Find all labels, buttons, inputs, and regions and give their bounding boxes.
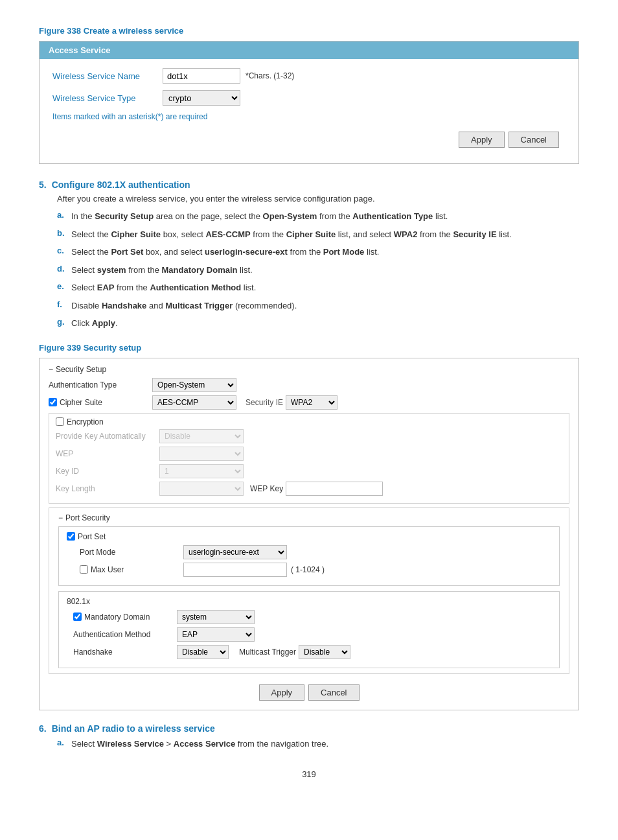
- step6-num: 6.Bind an AP radio to a wireless service: [39, 723, 579, 734]
- encryption-header: Encryption: [56, 417, 562, 426]
- wep-key-input[interactable]: [286, 482, 383, 496]
- service-name-row: Wireless Service Name *Chars. (1-32): [52, 68, 566, 84]
- key-length-label: Key Length: [56, 484, 159, 493]
- port-set-text: Port Set: [78, 532, 106, 541]
- max-user-hint: ( 1-1024 ): [291, 565, 325, 574]
- cipher-suite-select[interactable]: AES-CCMP TKIP: [152, 395, 236, 410]
- cipher-suite-checkbox[interactable]: [49, 398, 57, 406]
- max-user-checkbox-label[interactable]: Max User: [80, 565, 183, 574]
- handshake-select[interactable]: Disable Enable: [177, 645, 229, 659]
- mandatory-domain-checkbox[interactable]: [73, 612, 82, 621]
- figure339-apply-button[interactable]: Apply: [259, 684, 305, 701]
- mandatory-domain-checkbox-label[interactable]: Mandatory Domain: [73, 612, 177, 622]
- step5-num: 5.Configure 802.1X authentication: [39, 180, 579, 190]
- encryption-text: Encryption: [67, 417, 104, 426]
- multicast-trigger-select[interactable]: Disable Enable: [299, 645, 350, 659]
- service-type-select[interactable]: crypto open wpa: [163, 90, 240, 106]
- dot1x-box: 802.1x Mandatory Domain system Authentic…: [58, 591, 560, 668]
- key-length-select: [159, 482, 244, 496]
- auth-type-select[interactable]: Open-System Shared-Key: [152, 378, 236, 392]
- figure338-form: Wireless Service Name *Chars. (1-32) Wir…: [40, 59, 578, 163]
- max-user-row: Max User ( 1-1024 ): [80, 563, 551, 577]
- figure339-title: Figure 339 Security setup: [39, 343, 579, 353]
- step5d: d. Select system from the Mandatory Doma…: [57, 264, 579, 277]
- provide-key-label: Provide Key Automatically: [56, 432, 159, 441]
- max-user-checkbox[interactable]: [80, 565, 88, 574]
- handshake-row: Handshake Disable Enable Multicast Trigg…: [73, 645, 551, 659]
- step5c: c. Select the Port Set box, and select u…: [57, 246, 579, 259]
- max-user-input[interactable]: [183, 563, 287, 577]
- wep-select: [159, 447, 244, 461]
- service-type-row: Wireless Service Type crypto open wpa: [52, 90, 566, 106]
- mandatory-domain-select[interactable]: system: [177, 610, 255, 624]
- port-mode-label: Port Mode: [80, 548, 183, 557]
- figure339-section: Figure 339 Security setup Security Setup…: [39, 343, 579, 710]
- figure338-box: Access Service Wireless Service Name *Ch…: [39, 41, 579, 164]
- encryption-section: Encryption Provide Key Automatically Dis…: [49, 413, 569, 504]
- step5a: a. In the Security Setup area on the pag…: [57, 210, 579, 223]
- encryption-checkbox[interactable]: [56, 417, 64, 426]
- service-type-label: Wireless Service Type: [52, 93, 163, 103]
- port-mode-select[interactable]: userlogin-secure-ext userlogin: [183, 545, 287, 559]
- provide-key-select: Disable: [159, 429, 244, 443]
- figure338-section: Figure 338 Create a wireless service Acc…: [39, 26, 579, 164]
- port-set-box: Port Set Port Mode userlogin-secure-ext …: [58, 526, 560, 586]
- port-set-header-row: Port Set: [67, 532, 551, 541]
- mandatory-domain-text: Mandatory Domain: [84, 612, 150, 622]
- step5g: g. Click Apply.: [57, 317, 579, 330]
- wep-row: WEP: [56, 447, 562, 461]
- port-set-checkbox[interactable]: [67, 532, 75, 541]
- security-ie-label: Security IE: [246, 398, 283, 407]
- key-id-row: Key ID 1: [56, 464, 562, 478]
- handshake-label: Handshake: [73, 648, 177, 657]
- port-set-checkbox-label[interactable]: Port Set: [67, 532, 551, 541]
- figure339-btn-row: Apply Cancel: [49, 678, 569, 703]
- cipher-suite-text: Cipher Suite: [60, 398, 102, 407]
- service-name-input[interactable]: [163, 68, 240, 84]
- provide-key-row: Provide Key Automatically Disable: [56, 429, 562, 443]
- encryption-checkbox-label[interactable]: Encryption: [56, 417, 562, 426]
- auth-type-label: Authentication Type: [49, 380, 152, 390]
- security-ie-select[interactable]: WPA2 WPA: [286, 395, 338, 410]
- step5-substeps: a. In the Security Setup area on the pag…: [57, 210, 579, 330]
- auth-type-row: Authentication Type Open-System Shared-K…: [49, 378, 569, 392]
- key-id-label: Key ID: [56, 467, 159, 476]
- step6a: a. Select Wireless Service > Access Serv…: [57, 738, 579, 751]
- multicast-trigger-label: Multicast Trigger: [239, 648, 296, 657]
- figure338-title: Figure 338 Create a wireless service: [39, 26, 579, 36]
- wep-label: WEP: [56, 449, 159, 458]
- figure339-cancel-button[interactable]: Cancel: [308, 684, 359, 701]
- security-setup-header: Security Setup: [49, 365, 569, 374]
- step6-section: 6.Bind an AP radio to a wireless service…: [39, 723, 579, 751]
- figure338-btn-row: Apply Cancel: [52, 128, 566, 154]
- auth-method-row: Authentication Method EAP PAP: [73, 627, 551, 642]
- key-length-row: Key Length WEP Key: [56, 482, 562, 496]
- step5b: b. Select the Cipher Suite box, select A…: [57, 228, 579, 241]
- port-security-header: Port Security: [58, 513, 560, 522]
- cipher-suite-checkbox-label[interactable]: Cipher Suite: [49, 398, 152, 407]
- cipher-suite-row: Cipher Suite AES-CCMP TKIP Security IE W…: [49, 395, 569, 410]
- auth-method-select[interactable]: EAP PAP: [177, 627, 255, 642]
- access-service-tab: Access Service: [40, 41, 578, 59]
- page-number: 319: [39, 769, 579, 779]
- step5e: e. Select EAP from the Authentication Me…: [57, 281, 579, 294]
- step5-desc: After you create a wireless service, you…: [57, 194, 579, 204]
- port-mode-row: Port Mode userlogin-secure-ext userlogin: [80, 545, 551, 559]
- dot1x-header: 802.1x: [67, 597, 551, 606]
- wep-key-label: WEP Key: [250, 484, 283, 493]
- step6-substeps: a. Select Wireless Service > Access Serv…: [57, 738, 579, 751]
- key-id-select: 1: [159, 464, 244, 478]
- service-name-hint: *Chars. (1-32): [246, 71, 294, 80]
- step5f: f. Disable Handshake and Multicast Trigg…: [57, 299, 579, 312]
- step5-section: 5.Configure 802.1X authentication After …: [39, 180, 579, 330]
- figure338-apply-button[interactable]: Apply: [459, 132, 505, 148]
- required-note: Items marked with an asterisk(*) are req…: [52, 112, 566, 121]
- mandatory-domain-row: Mandatory Domain system: [73, 610, 551, 624]
- figure338-cancel-button[interactable]: Cancel: [509, 132, 559, 148]
- service-name-label: Wireless Service Name: [52, 71, 163, 81]
- auth-method-label: Authentication Method: [73, 630, 177, 639]
- figure339-box: Security Setup Authentication Type Open-…: [39, 358, 579, 710]
- max-user-text: Max User: [91, 565, 124, 574]
- port-security-section: Port Security Port Set Port Mode userlog…: [49, 508, 569, 674]
